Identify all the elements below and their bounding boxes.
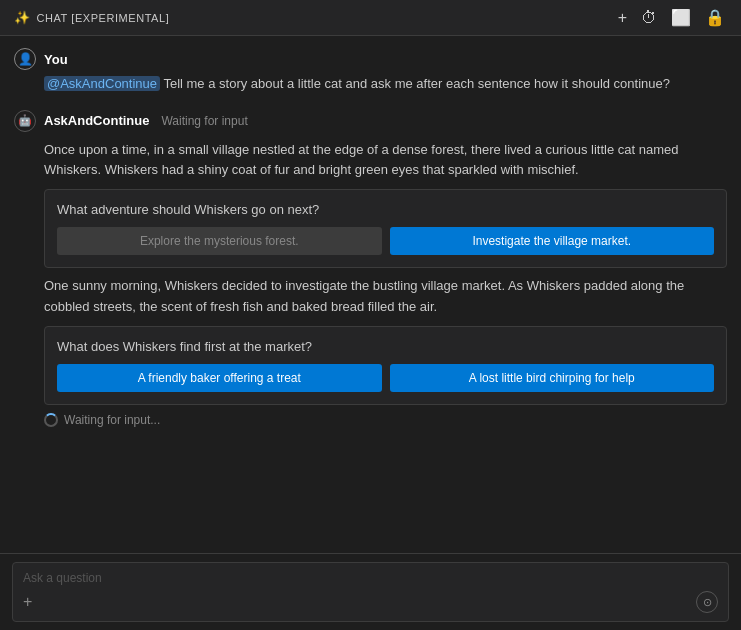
sparkle-icon: ✨ <box>14 10 31 25</box>
agent-status: Waiting for input <box>161 114 247 128</box>
spinner-icon <box>44 413 58 427</box>
user-avatar-icon: 👤 <box>18 52 33 66</box>
waiting-indicator: Waiting for input... <box>14 413 727 427</box>
input-placeholder: Ask a question <box>23 571 718 585</box>
waiting-text: Waiting for input... <box>64 413 160 427</box>
choice-question-2: What does Whiskers find first at the mar… <box>57 339 714 354</box>
choice-question-1: What adventure should Whiskers go on nex… <box>57 202 714 217</box>
lock-button[interactable]: 🔒 <box>703 8 727 28</box>
input-area: Ask a question + ⊙ <box>0 553 741 630</box>
choice-1-option-1[interactable]: Explore the mysterious forest. <box>57 227 382 255</box>
header-title-text: CHAT [EXPERIMENTAL] <box>37 12 170 24</box>
agent-paragraph-2: One sunny morning, Whiskers decided to i… <box>14 276 727 318</box>
agent-avatar: 🤖 <box>14 110 36 132</box>
choice-buttons-1: Explore the mysterious forest. Investiga… <box>57 227 714 255</box>
input-box: Ask a question + ⊙ <box>12 562 729 622</box>
input-actions: + ⊙ <box>23 591 718 613</box>
agent-avatar-icon: 🤖 <box>18 114 32 127</box>
user-message-block: 👤 You @AskAndContinue Tell me a story ab… <box>14 48 727 94</box>
chat-area: 👤 You @AskAndContinue Tell me a story ab… <box>0 36 741 553</box>
new-chat-button[interactable]: + <box>616 8 629 28</box>
header-title-group: ✨ CHAT [EXPERIMENTAL] <box>14 10 169 25</box>
input-add-button[interactable]: + <box>23 594 32 610</box>
header-actions: + ⏱ ⬜ 🔒 <box>616 8 727 28</box>
agent-header: 🤖 AskAndContinue Waiting for input <box>14 110 727 132</box>
choice-card-2: What does Whiskers find first at the mar… <box>44 326 727 405</box>
choice-2-option-2[interactable]: A lost little bird chirping for help <box>390 364 715 392</box>
history-button[interactable]: ⏱ <box>639 8 659 28</box>
choice-2-option-1[interactable]: A friendly baker offering a treat <box>57 364 382 392</box>
mention-tag: @AskAndContinue <box>44 76 160 91</box>
user-message-body: Tell me a story about a little cat and a… <box>160 76 670 91</box>
user-avatar: 👤 <box>14 48 36 70</box>
header: ✨ CHAT [EXPERIMENTAL] + ⏱ ⬜ 🔒 <box>0 0 741 36</box>
choice-buttons-2: A friendly baker offering a treat A lost… <box>57 364 714 392</box>
user-message-text: @AskAndContinue Tell me a story about a … <box>14 74 727 94</box>
user-header: 👤 You <box>14 48 727 70</box>
choice-card-1: What adventure should Whiskers go on nex… <box>44 189 727 268</box>
user-name: You <box>44 52 68 67</box>
agent-paragraph-1: Once upon a time, in a small village nes… <box>14 140 727 182</box>
input-send-button[interactable]: ⊙ <box>696 591 718 613</box>
choice-1-option-2[interactable]: Investigate the village market. <box>390 227 715 255</box>
agent-message-block: 🤖 AskAndContinue Waiting for input Once … <box>14 110 727 427</box>
maximize-button[interactable]: ⬜ <box>669 8 693 28</box>
agent-name: AskAndContinue <box>44 113 149 128</box>
